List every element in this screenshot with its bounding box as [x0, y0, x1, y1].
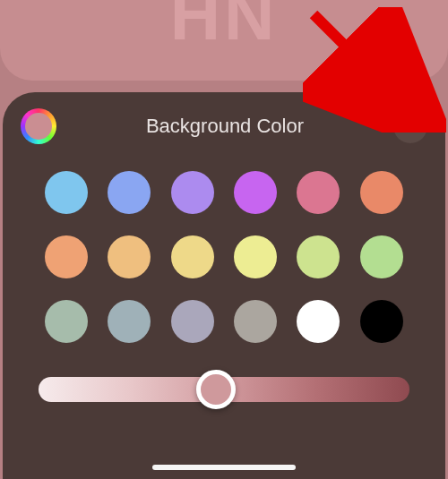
panel-header: Background Color	[21, 108, 427, 144]
color-swatch[interactable]	[108, 300, 151, 343]
color-swatch[interactable]	[108, 171, 151, 214]
color-swatch[interactable]	[234, 300, 277, 343]
color-swatch[interactable]	[360, 235, 403, 278]
color-picker-icon[interactable]	[21, 108, 56, 144]
close-button[interactable]	[393, 109, 427, 143]
color-swatch[interactable]	[45, 235, 88, 278]
color-swatch[interactable]	[297, 171, 340, 214]
monogram-text: HN	[170, 0, 279, 56]
color-swatch[interactable]	[234, 235, 277, 278]
background-color-panel: Background Color	[3, 92, 445, 479]
close-icon	[403, 119, 418, 133]
color-swatch[interactable]	[234, 171, 277, 214]
color-swatch[interactable]	[171, 300, 214, 343]
color-swatch[interactable]	[297, 300, 340, 343]
color-swatch[interactable]	[45, 171, 88, 214]
color-swatch[interactable]	[360, 171, 403, 214]
wallpaper-preview: HN	[0, 0, 448, 81]
color-swatch[interactable]	[171, 171, 214, 214]
color-swatch[interactable]	[108, 235, 151, 278]
color-swatch[interactable]	[171, 235, 214, 278]
color-swatch[interactable]	[45, 300, 88, 343]
slider-thumb[interactable]	[196, 370, 236, 409]
home-indicator[interactable]	[152, 465, 296, 470]
panel-title: Background Color	[56, 115, 393, 138]
color-swatch[interactable]	[297, 235, 340, 278]
color-swatch[interactable]	[360, 300, 403, 343]
swatch-grid	[21, 166, 427, 343]
tint-slider[interactable]	[21, 377, 427, 402]
